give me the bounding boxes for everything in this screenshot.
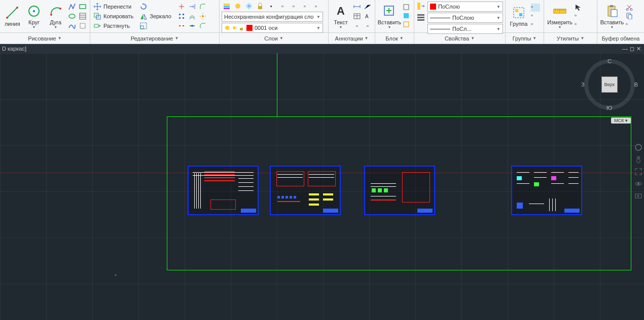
drawing-sheet-1[interactable] <box>188 166 259 215</box>
chevron-down-icon: ▼ <box>496 27 500 31</box>
block-edit-icon[interactable] <box>403 4 412 12</box>
rotate-button[interactable] <box>138 2 172 11</box>
nav-east[interactable]: В <box>634 82 638 88</box>
hatch-icon[interactable] <box>78 12 88 21</box>
spline-icon[interactable] <box>67 21 77 30</box>
point-icon[interactable] <box>78 21 88 30</box>
copy-clip-icon[interactable] <box>626 12 635 20</box>
circle-button[interactable]: Круг ▼ <box>24 3 45 30</box>
chevron-down-icon: ▼ <box>496 16 500 20</box>
close-button[interactable]: ✕ <box>636 46 641 52</box>
clip-tool-icon[interactable]: ▫ <box>626 21 635 29</box>
panel-title-edit[interactable]: Редактирование▼ <box>90 33 220 44</box>
chamfer-icon[interactable] <box>198 21 208 30</box>
copy-button[interactable]: Копировать <box>92 12 134 21</box>
list-icon[interactable] <box>416 13 426 23</box>
block-create-icon[interactable] <box>403 12 412 20</box>
steering-wheel-icon[interactable] <box>634 143 643 152</box>
panel-title-utils[interactable]: Утилиты▼ <box>544 33 597 44</box>
layer-state-combo[interactable]: Несохраненная конфигурация сло▼ <box>222 12 323 22</box>
annot-small-tools: A ▫ ▫ <box>352 2 373 30</box>
layer-tool3-icon[interactable]: ▫ <box>300 2 310 11</box>
svg-rect-43 <box>417 19 424 21</box>
qselect-icon[interactable]: ▫ <box>575 12 584 20</box>
dim-linear-icon[interactable] <box>352 2 362 11</box>
drawing-sheet-3[interactable] <box>364 166 435 215</box>
ellipse-icon[interactable] <box>67 12 77 21</box>
scale-button[interactable] <box>138 21 172 30</box>
layer-prop-icon[interactable] <box>222 2 232 11</box>
arc-button[interactable]: Дуга ▼ <box>45 3 66 30</box>
view-cube[interactable]: С З В Ю Верх <box>584 59 635 110</box>
extend-icon[interactable] <box>187 2 197 11</box>
coord-system-badge[interactable]: МСК ▾ <box>611 117 631 124</box>
block-attr-icon[interactable] <box>403 21 412 29</box>
layer-freeze-icon[interactable] <box>244 2 254 11</box>
layer-tool1-icon[interactable]: ▫ <box>277 2 288 11</box>
layer-tool4-icon[interactable]: ▫ <box>311 2 321 11</box>
lineweight-combo[interactable]: ПоСлою ▼ <box>427 13 503 23</box>
table-icon[interactable] <box>352 12 362 21</box>
linetype-combo[interactable]: ПоСл... ▼ <box>427 24 503 34</box>
stretch-button[interactable]: Растянуть <box>92 21 134 30</box>
paste-button[interactable]: Вставить ▼ <box>599 3 625 30</box>
view-cube-top[interactable]: Верх <box>601 76 618 93</box>
mtext-icon[interactable]: A <box>363 12 373 21</box>
panel-title-props[interactable]: Свойства▼ <box>414 33 506 44</box>
layer-tool2-icon[interactable]: ▫ <box>289 2 299 11</box>
panel-title-draw[interactable]: Рисование▼ <box>0 33 90 44</box>
rectangle-icon[interactable] <box>78 2 88 11</box>
break-icon[interactable] <box>176 21 187 30</box>
measure-button[interactable]: Измерить ▼ <box>546 3 574 30</box>
match-prop-icon[interactable] <box>416 2 426 12</box>
panel-title-layers[interactable]: Слои▼ <box>220 33 329 44</box>
nav-south[interactable]: Ю <box>606 105 612 111</box>
move-button[interactable]: Перенести <box>92 2 134 11</box>
join-icon[interactable] <box>187 21 197 30</box>
panel-title-block[interactable]: Блок▼ <box>375 33 414 44</box>
pan-icon[interactable] <box>634 155 643 164</box>
polyline-icon[interactable] <box>67 2 77 11</box>
annot-tool-icon[interactable]: ▫ <box>363 21 373 30</box>
select-icon[interactable] <box>575 4 584 12</box>
drawing-canvas[interactable]: ˖ <box>0 53 644 320</box>
dim-tool-icon[interactable]: ▫ <box>352 21 362 30</box>
line-button[interactable]: линия <box>2 3 23 30</box>
color-combo[interactable]: ПоСлою ▼ <box>427 2 503 12</box>
drawing-sheet-4[interactable] <box>511 166 582 215</box>
maximize-button[interactable]: ◻ <box>630 46 634 52</box>
svg-point-22 <box>202 15 204 17</box>
zoom-extents-icon[interactable] <box>634 167 643 176</box>
svg-point-27 <box>235 4 240 9</box>
panel-title-annot[interactable]: Аннотации▼ <box>329 33 375 44</box>
group-sel-icon[interactable]: ▫ <box>531 21 540 29</box>
insert-block-button[interactable]: Вставить ▼ <box>377 3 402 30</box>
group-edit-icon[interactable]: ▫ <box>531 12 540 20</box>
mirror-button[interactable]: Зеркало <box>138 12 172 21</box>
ungroup-icon[interactable]: ▫ <box>531 4 540 12</box>
nav-west[interactable]: З <box>581 82 585 88</box>
layer-lock-icon[interactable] <box>255 2 265 11</box>
fillet-icon[interactable] <box>198 2 208 11</box>
cut-icon[interactable] <box>626 4 635 12</box>
explode-icon[interactable] <box>198 12 208 21</box>
array-icon[interactable] <box>176 12 187 21</box>
nav-north[interactable]: С <box>607 58 612 64</box>
panel-title-groups[interactable]: Группы▼ <box>506 33 544 44</box>
layer-off-icon[interactable] <box>233 2 243 11</box>
offset-icon[interactable] <box>187 12 197 21</box>
panel-title-clipboard[interactable]: Буфер обмена <box>597 33 644 44</box>
calc-icon[interactable]: ▫ <box>575 21 584 29</box>
orbit-icon[interactable] <box>634 179 643 188</box>
group-button[interactable]: Группа <box>508 3 530 30</box>
text-button[interactable]: A Текст ▼ <box>331 3 351 30</box>
layer-current-combo[interactable]: 0001 оси ▼ <box>222 23 323 33</box>
trim-icon[interactable] <box>176 2 187 11</box>
svg-rect-59 <box>628 15 632 19</box>
svg-text:A: A <box>365 14 369 19</box>
minimize-button[interactable]: — <box>622 46 628 52</box>
layer-iso-icon[interactable]: ▪ <box>266 2 276 11</box>
leader-icon[interactable] <box>363 2 373 11</box>
showmotion-icon[interactable] <box>634 191 643 201</box>
drawing-sheet-2[interactable] <box>270 166 341 215</box>
